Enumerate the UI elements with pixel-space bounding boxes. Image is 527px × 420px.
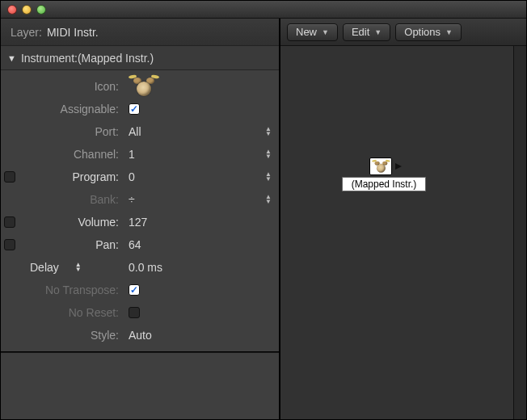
channel-label: Channel: <box>19 148 124 161</box>
edit-button[interactable]: Edit ▼ <box>343 23 390 41</box>
options-button[interactable]: Options ▼ <box>395 23 462 41</box>
mapped-instrument-object[interactable]: (Mapped Instr.) <box>342 158 426 191</box>
delay-label: Delay <box>30 261 59 274</box>
edit-button-label: Edit <box>352 26 369 38</box>
param-channel: Channel: 1 <box>1 143 279 166</box>
program-enable-checkbox[interactable] <box>4 171 15 183</box>
param-bank: Bank: ÷ <box>1 188 279 211</box>
delay-mode-popup[interactable]: Delay ▲▼ <box>30 261 82 274</box>
output-port-icon[interactable] <box>395 163 402 170</box>
new-button-label: New <box>296 26 317 38</box>
port-value[interactable]: All <box>124 125 258 138</box>
vertical-scrollbar[interactable] <box>513 46 526 419</box>
object-label[interactable]: (Mapped Instr.) <box>342 177 426 191</box>
port-stepper[interactable] <box>258 127 279 136</box>
environment-pane: New ▼ Edit ▼ Options ▼ <box>280 19 526 419</box>
dropdown-triangle-icon: ▼ <box>445 28 453 36</box>
bank-value[interactable]: ÷ <box>124 193 258 206</box>
layer-label: Layer: <box>11 26 42 39</box>
param-delay: Delay ▲▼ 0.0 ms <box>1 256 279 279</box>
popup-arrows-icon: ▲▼ <box>75 262 82 272</box>
environment-canvas[interactable]: (Mapped Instr.) <box>280 46 526 419</box>
dropdown-triangle-icon: ▼ <box>322 28 329 36</box>
layer-value[interactable]: MIDI Instr. <box>47 26 99 39</box>
param-no-reset: No Reset: <box>1 301 279 324</box>
instrument-section-header[interactable]: ▼ Instrument: (Mapped Instr.) <box>1 46 279 70</box>
port-label: Port: <box>19 125 124 138</box>
volume-enable-checkbox[interactable] <box>4 216 15 228</box>
param-no-transpose: No Transpose: <box>1 279 279 301</box>
channel-value[interactable]: 1 <box>124 148 258 161</box>
dropdown-triangle-icon: ▼ <box>374 28 382 36</box>
assignable-checkbox[interactable] <box>129 103 140 115</box>
icon-label: Icon: <box>19 80 124 93</box>
assignable-label: Assignable: <box>19 103 124 116</box>
param-style: Style: Auto <box>1 324 279 346</box>
bank-label: Bank: <box>19 193 124 206</box>
new-button[interactable]: New ▼ <box>287 23 338 41</box>
program-value[interactable]: 0 <box>124 170 258 183</box>
section-prefix: Instrument: <box>21 52 78 65</box>
window-controls <box>7 5 46 15</box>
titlebar[interactable] <box>1 1 526 19</box>
options-button-label: Options <box>404 26 441 38</box>
layer-header[interactable]: Layer: MIDI Instr. <box>1 19 279 46</box>
drum-kit-icon[interactable] <box>129 75 159 98</box>
toolbar: New ▼ Edit ▼ Options ▼ <box>280 19 526 46</box>
app-window: Layer: MIDI Instr. ▼ Instrument: (Mapped… <box>0 0 527 420</box>
param-port: Port: All <box>1 120 279 143</box>
inspector-pane: Layer: MIDI Instr. ▼ Instrument: (Mapped… <box>1 19 280 419</box>
volume-label: Volume: <box>19 216 124 229</box>
param-program: Program: 0 <box>1 166 279 188</box>
content-area: Layer: MIDI Instr. ▼ Instrument: (Mapped… <box>1 19 526 419</box>
zoom-icon[interactable] <box>36 5 46 15</box>
volume-value[interactable]: 127 <box>124 216 258 229</box>
bank-stepper[interactable] <box>258 195 279 204</box>
no-reset-label: No Reset: <box>19 306 124 319</box>
divider <box>1 351 279 353</box>
pan-value[interactable]: 64 <box>124 238 258 251</box>
channel-stepper[interactable] <box>258 149 279 159</box>
close-icon[interactable] <box>7 5 17 15</box>
parameter-list: Icon: Assignable: <box>1 70 279 351</box>
disclosure-triangle-icon[interactable]: ▼ <box>7 53 16 63</box>
delay-value[interactable]: 0.0 ms <box>124 261 258 274</box>
section-name: (Mapped Instr.) <box>78 52 154 65</box>
param-assignable: Assignable: <box>1 98 279 120</box>
no-reset-checkbox[interactable] <box>129 307 140 318</box>
style-label: Style: <box>19 329 124 342</box>
program-label: Program: <box>19 170 124 183</box>
pan-enable-checkbox[interactable] <box>4 239 15 250</box>
program-stepper[interactable] <box>258 172 279 182</box>
param-volume: Volume: 127 <box>1 211 279 233</box>
object-icon[interactable] <box>369 158 392 175</box>
pan-label: Pan: <box>19 238 124 251</box>
no-transpose-label: No Transpose: <box>19 284 124 296</box>
minimize-icon[interactable] <box>22 5 32 15</box>
param-icon: Icon: <box>1 75 279 98</box>
no-transpose-checkbox[interactable] <box>129 284 140 296</box>
style-value[interactable]: Auto <box>124 329 258 342</box>
param-pan: Pan: 64 <box>1 233 279 256</box>
